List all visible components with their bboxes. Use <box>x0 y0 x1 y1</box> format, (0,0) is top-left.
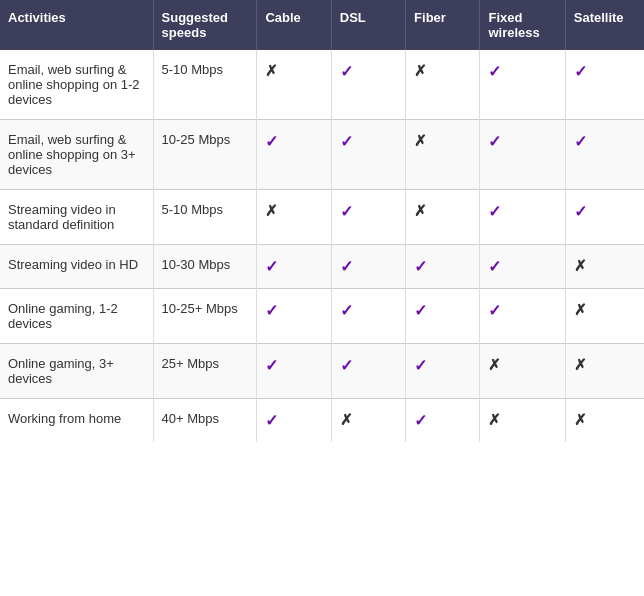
header-dsl: DSL <box>331 0 405 50</box>
satellite-cell: ✗ <box>565 245 644 289</box>
check-icon: ✓ <box>340 133 353 150</box>
check-icon: ✓ <box>488 258 501 275</box>
check-icon: ✓ <box>574 133 587 150</box>
check-icon: ✓ <box>414 357 427 374</box>
header-speeds: Suggested speeds <box>153 0 257 50</box>
header-activities: Activities <box>0 0 153 50</box>
speed-cell: 10-30 Mbps <box>153 245 257 289</box>
header-fiber: Fiber <box>406 0 480 50</box>
check-icon: ✓ <box>488 203 501 220</box>
header-cable: Cable <box>257 0 331 50</box>
table-row: Streaming video in HD10-30 Mbps✓✓✓✓✗ <box>0 245 644 289</box>
check-icon: ✓ <box>265 302 278 319</box>
dsl-cell: ✓ <box>331 50 405 120</box>
table-row: Working from home40+ Mbps✓✗✓✗✗ <box>0 399 644 443</box>
satellite-cell: ✗ <box>565 289 644 344</box>
activity-cell: Streaming video in HD <box>0 245 153 289</box>
header-satellite: Satellite <box>565 0 644 50</box>
table-row: Streaming video in standard definition5-… <box>0 190 644 245</box>
speed-cell: 25+ Mbps <box>153 344 257 399</box>
dsl-cell: ✓ <box>331 120 405 190</box>
satellite-cell: ✓ <box>565 50 644 120</box>
cross-icon: ✗ <box>488 411 501 428</box>
check-icon: ✓ <box>574 203 587 220</box>
fixed-cell: ✗ <box>480 399 565 443</box>
table-row: Online gaming, 3+ devices25+ Mbps✓✓✓✗✗ <box>0 344 644 399</box>
fiber-cell: ✓ <box>406 344 480 399</box>
header-fixed-wireless: Fixed wireless <box>480 0 565 50</box>
cross-icon: ✗ <box>265 202 278 219</box>
fiber-cell: ✗ <box>406 120 480 190</box>
dsl-cell: ✗ <box>331 399 405 443</box>
check-icon: ✓ <box>574 63 587 80</box>
cross-icon: ✗ <box>574 356 587 373</box>
check-icon: ✓ <box>340 63 353 80</box>
satellite-cell: ✗ <box>565 344 644 399</box>
cross-icon: ✗ <box>574 301 587 318</box>
dsl-cell: ✓ <box>331 190 405 245</box>
fiber-cell: ✓ <box>406 399 480 443</box>
fixed-cell: ✓ <box>480 50 565 120</box>
check-icon: ✓ <box>414 412 427 429</box>
cross-icon: ✗ <box>265 62 278 79</box>
satellite-cell: ✓ <box>565 120 644 190</box>
activity-cell: Online gaming, 3+ devices <box>0 344 153 399</box>
cross-icon: ✗ <box>488 356 501 373</box>
check-icon: ✓ <box>414 258 427 275</box>
check-icon: ✓ <box>340 302 353 319</box>
cross-icon: ✗ <box>574 257 587 274</box>
check-icon: ✓ <box>265 357 278 374</box>
check-icon: ✓ <box>414 302 427 319</box>
cross-icon: ✗ <box>414 132 427 149</box>
table-row: Online gaming, 1-2 devices10-25+ Mbps✓✓✓… <box>0 289 644 344</box>
cable-cell: ✓ <box>257 289 331 344</box>
fiber-cell: ✗ <box>406 190 480 245</box>
fiber-cell: ✓ <box>406 289 480 344</box>
activity-cell: Online gaming, 1-2 devices <box>0 289 153 344</box>
fixed-cell: ✓ <box>480 120 565 190</box>
cable-cell: ✓ <box>257 245 331 289</box>
fiber-cell: ✓ <box>406 245 480 289</box>
fixed-cell: ✓ <box>480 245 565 289</box>
check-icon: ✓ <box>340 203 353 220</box>
speed-cell: 5-10 Mbps <box>153 50 257 120</box>
fiber-cell: ✗ <box>406 50 480 120</box>
dsl-cell: ✓ <box>331 245 405 289</box>
check-icon: ✓ <box>340 258 353 275</box>
activity-cell: Streaming video in standard definition <box>0 190 153 245</box>
activity-cell: Email, web surfing & online shopping on … <box>0 50 153 120</box>
cable-cell: ✓ <box>257 344 331 399</box>
dsl-cell: ✓ <box>331 344 405 399</box>
check-icon: ✓ <box>488 63 501 80</box>
satellite-cell: ✓ <box>565 190 644 245</box>
check-icon: ✓ <box>265 133 278 150</box>
table-row: Email, web surfing & online shopping on … <box>0 120 644 190</box>
cross-icon: ✗ <box>414 62 427 79</box>
activity-cell: Email, web surfing & online shopping on … <box>0 120 153 190</box>
fixed-cell: ✓ <box>480 190 565 245</box>
speed-cell: 10-25 Mbps <box>153 120 257 190</box>
speed-cell: 5-10 Mbps <box>153 190 257 245</box>
table-row: Email, web surfing & online shopping on … <box>0 50 644 120</box>
dsl-cell: ✓ <box>331 289 405 344</box>
cable-cell: ✓ <box>257 120 331 190</box>
cross-icon: ✗ <box>340 411 353 428</box>
fixed-cell: ✓ <box>480 289 565 344</box>
check-icon: ✓ <box>488 133 501 150</box>
check-icon: ✓ <box>265 258 278 275</box>
cable-cell: ✓ <box>257 399 331 443</box>
cable-cell: ✗ <box>257 50 331 120</box>
speed-cell: 10-25+ Mbps <box>153 289 257 344</box>
check-icon: ✓ <box>340 357 353 374</box>
check-icon: ✓ <box>488 302 501 319</box>
cable-cell: ✗ <box>257 190 331 245</box>
cross-icon: ✗ <box>574 411 587 428</box>
fixed-cell: ✗ <box>480 344 565 399</box>
speed-cell: 40+ Mbps <box>153 399 257 443</box>
activity-cell: Working from home <box>0 399 153 443</box>
satellite-cell: ✗ <box>565 399 644 443</box>
cross-icon: ✗ <box>414 202 427 219</box>
check-icon: ✓ <box>265 412 278 429</box>
